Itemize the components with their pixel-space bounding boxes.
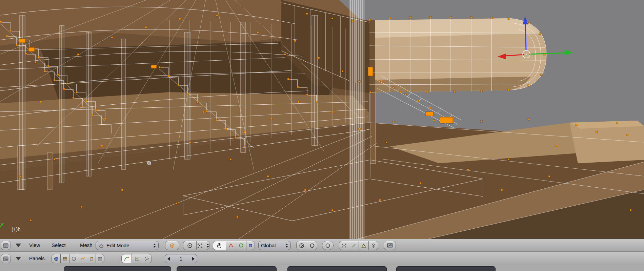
falloff-button[interactable] [307, 241, 317, 250]
viewport-info-text: (1)h [12, 226, 21, 232]
photo-icon [97, 256, 103, 262]
image-icon [387, 242, 393, 249]
disc-icon [325, 243, 331, 249]
menu-select[interactable]: Select [52, 239, 66, 251]
square-icon [248, 243, 253, 248]
cube-icon [169, 243, 175, 249]
gizmo-z-axis[interactable] [525, 23, 526, 50]
occlude-geometry-button[interactable] [368, 241, 378, 250]
panel-tab[interactable] [64, 266, 171, 271]
mode-dropdown-value: Edit Mode [106, 243, 129, 248]
frame-value: 1 [172, 256, 190, 262]
select-mode-vertex-button[interactable] [339, 241, 349, 250]
subcontext-particles-button[interactable] [142, 254, 152, 263]
translate-manipulator-button[interactable] [226, 241, 236, 250]
menu-view[interactable]: View [29, 239, 40, 251]
context-shading-button[interactable] [69, 254, 78, 263]
triangle-icon [228, 243, 234, 248]
proportional-edit-button[interactable] [296, 241, 307, 250]
collapse-menus-triangle[interactable] [16, 244, 21, 247]
editor-type-button-2[interactable] [1, 254, 11, 263]
editor-type-button[interactable] [1, 241, 11, 250]
manipulator-layout-button[interactable] [196, 241, 209, 250]
menu-mesh[interactable]: Mesh [80, 239, 93, 251]
panel-tab[interactable] [177, 266, 277, 271]
blender-window: Y (1)h View Select Mesh Edit Mode [0, 0, 644, 271]
select-mode-edge-button[interactable] [349, 241, 359, 250]
frame-stepper: 1 [165, 254, 197, 263]
curve-edit-icon [124, 256, 129, 262]
collapse-menus-triangle-2[interactable] [16, 257, 21, 260]
panel-tab-strip [0, 265, 644, 271]
ring-icon [309, 243, 315, 249]
orientation-dropdown[interactable]: Global [258, 241, 291, 250]
manipulator-toggle-button[interactable] [213, 241, 226, 250]
dots-icon [341, 243, 347, 248]
render-preview-button[interactable] [384, 241, 396, 250]
hand-icon [216, 242, 223, 249]
edit-mode-icon [98, 243, 104, 249]
3d-viewport[interactable]: Y (1)h [0, 0, 644, 239]
scale-manipulator-button[interactable] [246, 241, 255, 250]
panels-menu[interactable]: Panels [29, 252, 45, 265]
gizmo-center-dot [526, 54, 527, 55]
filled-triangle-icon [361, 243, 366, 248]
pivot-point-button[interactable] [183, 241, 196, 250]
dropdown-arrows-icon [285, 244, 288, 248]
draw-type-button[interactable] [165, 241, 179, 250]
buttons-window-header: Panels [0, 251, 644, 265]
globe-icon [54, 256, 59, 262]
graph-icon [134, 256, 140, 262]
panel-tab[interactable] [287, 266, 387, 271]
select-mode-face-button[interactable] [359, 241, 368, 250]
context-object-button[interactable] [78, 254, 87, 263]
mini-axis-y-label: Y [1, 222, 4, 227]
orientation-dropdown-value: Global [261, 243, 276, 248]
frame-next-arrow[interactable] [192, 257, 195, 261]
rotate-manipulator-button[interactable] [236, 241, 246, 250]
subcontext-curve-button[interactable] [121, 254, 132, 263]
snap-toggle-button[interactable] [322, 241, 334, 250]
context-logic-button[interactable] [52, 254, 60, 263]
square-outline-icon [89, 256, 94, 262]
dropdown-arrows-icon [153, 244, 156, 248]
panel-icon [62, 256, 68, 262]
dotted-grid-icon [197, 243, 203, 249]
context-editing-button[interactable] [87, 254, 96, 263]
frame-prev-arrow[interactable] [167, 257, 170, 261]
wire-cube-icon [371, 243, 376, 248]
editor-type-icon [3, 256, 9, 262]
zigzag-icon [80, 256, 85, 262]
editor-type-icon [3, 243, 9, 249]
particles-icon [144, 256, 150, 262]
floating-vertex-handle[interactable] [147, 162, 151, 165]
panel-tab[interactable] [396, 266, 496, 271]
context-scene-button[interactable] [96, 254, 104, 263]
subcontext-graph-button[interactable] [132, 254, 142, 263]
slash-icon [351, 243, 357, 248]
circle-icon [238, 243, 244, 248]
context-script-button[interactable] [60, 254, 69, 263]
dropdown-arrows-icon [206, 244, 209, 248]
sphere-icon [71, 256, 77, 262]
pivot-icon [187, 243, 193, 249]
concentric-circles-icon [299, 243, 305, 249]
viewport-header: View Select Mesh Edit Mode [0, 239, 644, 251]
mode-dropdown[interactable]: Edit Mode [96, 241, 159, 250]
dense-edge-plane [349, 0, 365, 239]
